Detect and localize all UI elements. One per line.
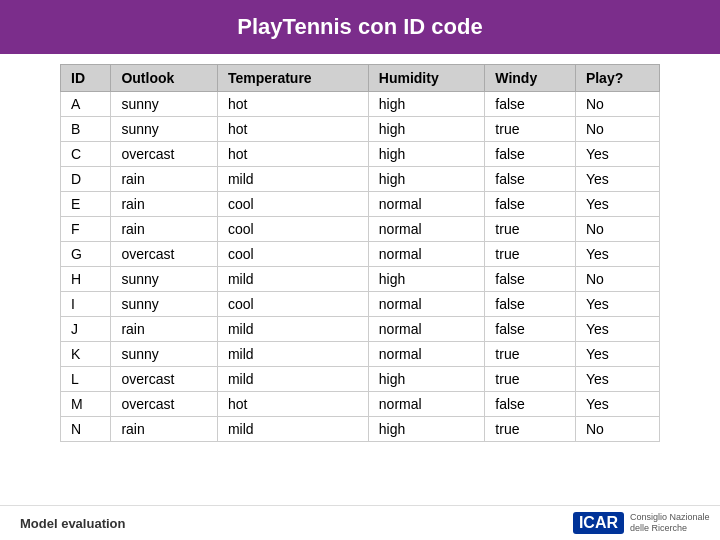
table-cell: Yes — [575, 142, 659, 167]
table-cell: overcast — [111, 392, 217, 417]
table-cell: cool — [217, 292, 368, 317]
table-cell: overcast — [111, 367, 217, 392]
table-row: FraincoolnormaltrueNo — [61, 217, 660, 242]
table-cell: high — [368, 267, 485, 292]
table-cell: false — [485, 267, 576, 292]
table-row: AsunnyhothighfalseNo — [61, 92, 660, 117]
table-cell: mild — [217, 267, 368, 292]
table-cell: Yes — [575, 342, 659, 367]
header-cell: Temperature — [217, 65, 368, 92]
table-cell: M — [61, 392, 111, 417]
table-cell: true — [485, 217, 576, 242]
table-cell: Yes — [575, 317, 659, 342]
table-cell: hot — [217, 117, 368, 142]
table-cell: false — [485, 292, 576, 317]
header-cell: ID — [61, 65, 111, 92]
table-cell: normal — [368, 192, 485, 217]
table-cell: high — [368, 417, 485, 442]
table-cell: normal — [368, 342, 485, 367]
table-row: IsunnycoolnormalfalseYes — [61, 292, 660, 317]
table-cell: mild — [217, 417, 368, 442]
table-cell: high — [368, 117, 485, 142]
table-cell: overcast — [111, 242, 217, 267]
table-cell: J — [61, 317, 111, 342]
table-cell: H — [61, 267, 111, 292]
table-cell: false — [485, 317, 576, 342]
content-area: IDOutlookTemperatureHumidityWindyPlay? A… — [0, 54, 720, 505]
table-cell: high — [368, 167, 485, 192]
table-cell: false — [485, 192, 576, 217]
table-cell: E — [61, 192, 111, 217]
table-cell: Yes — [575, 292, 659, 317]
table-cell: true — [485, 417, 576, 442]
table-row: HsunnymildhighfalseNo — [61, 267, 660, 292]
table-cell: F — [61, 217, 111, 242]
table-cell: hot — [217, 92, 368, 117]
table-cell: sunny — [111, 292, 217, 317]
table-cell: G — [61, 242, 111, 267]
table-cell: N — [61, 417, 111, 442]
table-row: LovercastmildhightrueYes — [61, 367, 660, 392]
table-cell: false — [485, 142, 576, 167]
table-cell: true — [485, 242, 576, 267]
header-cell: Play? — [575, 65, 659, 92]
table-body: AsunnyhothighfalseNoBsunnyhothightrueNoC… — [61, 92, 660, 442]
table-cell: mild — [217, 367, 368, 392]
table-cell: No — [575, 117, 659, 142]
table-row: JrainmildnormalfalseYes — [61, 317, 660, 342]
table-cell: overcast — [111, 142, 217, 167]
table-cell: I — [61, 292, 111, 317]
header-row: IDOutlookTemperatureHumidityWindyPlay? — [61, 65, 660, 92]
table-cell: high — [368, 367, 485, 392]
table-cell: high — [368, 142, 485, 167]
table-cell: Yes — [575, 367, 659, 392]
table-cell: No — [575, 217, 659, 242]
table-cell: false — [485, 167, 576, 192]
table-cell: B — [61, 117, 111, 142]
table-cell: normal — [368, 242, 485, 267]
header-cell: Windy — [485, 65, 576, 92]
table-cell: false — [485, 392, 576, 417]
header-cell: Humidity — [368, 65, 485, 92]
icar-logo: ICAR — [573, 512, 624, 534]
table-row: NrainmildhightrueNo — [61, 417, 660, 442]
table-header: IDOutlookTemperatureHumidityWindyPlay? — [61, 65, 660, 92]
table-cell: normal — [368, 317, 485, 342]
logo-area: ICAR Consiglio Nazionale delle Ricerche — [573, 512, 710, 534]
table-cell: K — [61, 342, 111, 367]
footer-text: Model evaluation — [20, 516, 125, 531]
table-cell: true — [485, 367, 576, 392]
table-cell: hot — [217, 142, 368, 167]
table-cell: No — [575, 267, 659, 292]
table-cell: D — [61, 167, 111, 192]
table-cell: Yes — [575, 392, 659, 417]
table-cell: true — [485, 117, 576, 142]
table-row: CovercasthothighfalseYes — [61, 142, 660, 167]
table-cell: hot — [217, 392, 368, 417]
table-cell: sunny — [111, 92, 217, 117]
table-cell: Yes — [575, 242, 659, 267]
table-cell: L — [61, 367, 111, 392]
table-cell: A — [61, 92, 111, 117]
table-cell: cool — [217, 217, 368, 242]
page: PlayTennis con ID code IDOutlookTemperat… — [0, 0, 720, 540]
page-title: PlayTennis con ID code — [0, 0, 720, 54]
table-cell: Yes — [575, 192, 659, 217]
table-cell: sunny — [111, 267, 217, 292]
table-cell: false — [485, 92, 576, 117]
table-container: IDOutlookTemperatureHumidityWindyPlay? A… — [60, 64, 660, 495]
table-cell: cool — [217, 192, 368, 217]
table-cell: sunny — [111, 117, 217, 142]
table-cell: Yes — [575, 167, 659, 192]
table-cell: C — [61, 142, 111, 167]
table-cell: rain — [111, 317, 217, 342]
table-cell: true — [485, 342, 576, 367]
table-cell: cool — [217, 242, 368, 267]
cnr-logo: Consiglio Nazionale delle Ricerche — [630, 512, 710, 534]
table-row: EraincoolnormalfalseYes — [61, 192, 660, 217]
table-row: GovercastcoolnormaltrueYes — [61, 242, 660, 267]
data-table: IDOutlookTemperatureHumidityWindyPlay? A… — [60, 64, 660, 442]
table-row: MovercasthotnormalfalseYes — [61, 392, 660, 417]
table-cell: mild — [217, 342, 368, 367]
table-cell: mild — [217, 317, 368, 342]
